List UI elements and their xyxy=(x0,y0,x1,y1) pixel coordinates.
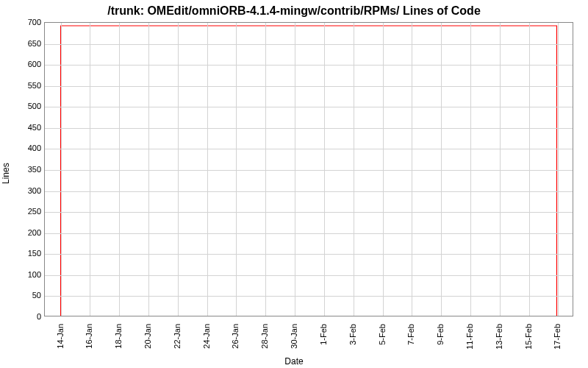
y-tick-label: 400 xyxy=(12,144,41,152)
x-tick-label: 3-Feb xyxy=(348,324,357,345)
y-tick-label: 650 xyxy=(12,39,41,48)
grid-h xyxy=(45,254,573,255)
plot-area xyxy=(44,22,573,316)
x-axis-label: Date xyxy=(0,356,588,367)
grid-v xyxy=(412,23,412,316)
x-tick-label: 16-Jan xyxy=(85,324,93,349)
grid-h xyxy=(45,275,573,276)
grid-h xyxy=(45,212,573,213)
grid-v xyxy=(441,23,442,316)
grid-v xyxy=(500,23,501,316)
x-tick-label: 18-Jan xyxy=(114,324,123,349)
grid-v xyxy=(178,23,179,316)
x-tick-label: 17-Feb xyxy=(553,324,562,350)
grid-h xyxy=(45,149,573,149)
grid-h xyxy=(45,170,573,171)
chart-container: /trunk: OMEdit/omniORB-4.1.4-mingw/contr… xyxy=(0,0,588,368)
grid-v xyxy=(558,23,559,316)
y-tick-label: 300 xyxy=(12,186,41,195)
y-tick-label: 150 xyxy=(12,249,41,258)
y-tick-label: 550 xyxy=(12,81,41,90)
x-tick-label: 15-Feb xyxy=(524,324,533,350)
y-tick-label: 500 xyxy=(12,102,41,110)
grid-h xyxy=(45,107,573,107)
chart-title: /trunk: OMEdit/omniORB-4.1.4-mingw/contr… xyxy=(0,4,588,18)
grid-h xyxy=(45,65,573,66)
y-tick-label: 350 xyxy=(12,165,41,174)
line-series xyxy=(45,23,573,316)
grid-h xyxy=(45,86,573,87)
x-tick-label: 26-Jan xyxy=(231,324,240,349)
y-tick-label: 700 xyxy=(12,18,41,26)
x-tick-label: 1-Feb xyxy=(319,324,328,345)
y-tick-label: 100 xyxy=(12,270,41,279)
x-tick-label: 5-Feb xyxy=(378,324,387,345)
x-tick-label: 24-Jan xyxy=(202,324,211,349)
grid-v xyxy=(236,23,237,316)
y-tick-label: 250 xyxy=(12,207,41,216)
y-tick-label: 200 xyxy=(12,228,41,237)
grid-h xyxy=(45,296,573,297)
x-tick-label: 13-Feb xyxy=(495,324,503,350)
grid-h xyxy=(45,233,573,234)
grid-v xyxy=(295,23,295,316)
grid-v xyxy=(383,23,384,316)
grid-v xyxy=(529,23,530,316)
grid-v xyxy=(470,23,471,316)
grid-h xyxy=(45,128,573,129)
x-tick-label: 28-Jan xyxy=(260,324,269,349)
y-tick-label: 450 xyxy=(12,123,41,132)
grid-v xyxy=(265,23,266,316)
x-tick-label: 20-Jan xyxy=(143,324,152,349)
x-tick-label: 7-Feb xyxy=(406,324,415,345)
x-tick-label: 30-Jan xyxy=(290,324,298,349)
x-tick-label: 14-Jan xyxy=(56,324,65,349)
grid-v xyxy=(61,23,62,316)
grid-h xyxy=(45,191,573,192)
x-tick-label: 22-Jan xyxy=(173,324,182,349)
grid-v xyxy=(90,23,90,316)
grid-h xyxy=(45,44,573,45)
grid-v xyxy=(119,23,120,316)
grid-v xyxy=(148,23,149,316)
grid-v xyxy=(324,23,325,316)
x-tick-label: 11-Feb xyxy=(465,324,474,350)
grid-v xyxy=(354,23,354,316)
y-tick-label: 0 xyxy=(12,312,41,321)
y-tick-label: 50 xyxy=(12,291,41,300)
x-tick-label: 9-Feb xyxy=(436,324,445,345)
y-tick-label: 600 xyxy=(12,60,41,68)
grid-v xyxy=(207,23,208,316)
y-axis-label: Lines xyxy=(1,163,11,184)
